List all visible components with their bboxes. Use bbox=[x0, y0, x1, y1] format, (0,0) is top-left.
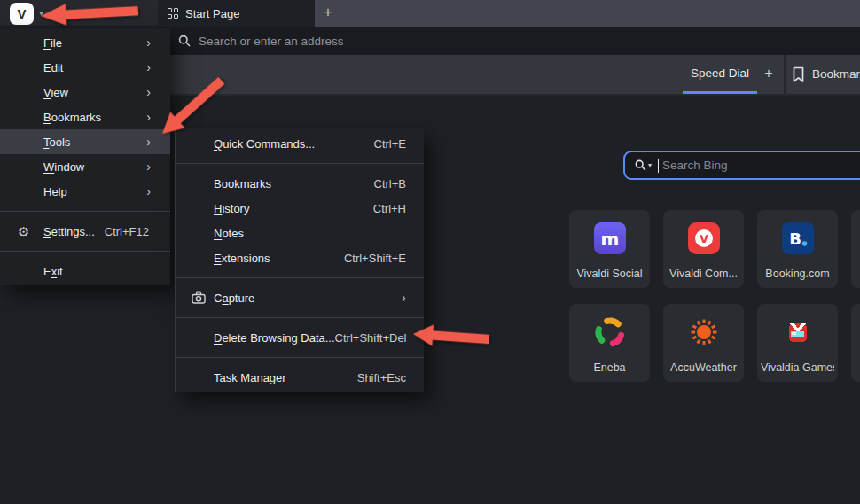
menu-item-label: Extensions bbox=[214, 252, 270, 265]
menu-item-shortcut: Ctrl+B bbox=[374, 177, 406, 190]
menu-item-label: Tools bbox=[43, 136, 70, 149]
menu-item-exit[interactable]: Exit bbox=[0, 259, 170, 283]
menu-divider bbox=[176, 357, 424, 358]
menu-item-label: View bbox=[43, 86, 68, 99]
speed-dial-eneba[interactable]: Eneba bbox=[569, 304, 650, 382]
bing-search-box[interactable]: ▾ bbox=[623, 151, 860, 180]
menu-item-label: File bbox=[43, 36, 62, 50]
menu-item-label: History bbox=[214, 202, 249, 215]
menu-item-label: Exit bbox=[43, 265, 63, 278]
chevron-right-icon: › bbox=[146, 154, 151, 179]
svg-text:V: V bbox=[699, 232, 708, 245]
eneba-icon bbox=[594, 316, 626, 348]
camera-icon bbox=[192, 291, 206, 304]
menu-item-file[interactable]: File› bbox=[0, 30, 170, 55]
gear-icon: ⚙ bbox=[18, 225, 29, 238]
menu-item-shortcut: Ctrl+F12 bbox=[105, 225, 149, 238]
speed-dial-booking-com[interactable]: BBooking.com bbox=[757, 210, 838, 288]
navbar-divider bbox=[784, 55, 786, 94]
menu-item-task-manager[interactable]: Task ManagerShift+Esc bbox=[176, 365, 424, 390]
text-cursor bbox=[658, 159, 659, 173]
mastodon-icon: m bbox=[594, 222, 626, 254]
menu-item-label: Edit bbox=[43, 61, 63, 74]
menu-item-label: Settings... bbox=[43, 225, 95, 238]
menu-item-edit[interactable]: Edit› bbox=[0, 55, 170, 80]
address-input[interactable] bbox=[197, 27, 569, 55]
chevron-right-icon: › bbox=[402, 285, 406, 310]
bing-search-input[interactable] bbox=[661, 158, 860, 173]
chevron-right-icon: › bbox=[146, 105, 151, 129]
menu-item-shortcut: Ctrl+E bbox=[374, 137, 406, 151]
menu-item-label: Delete Browsing Data... bbox=[214, 331, 335, 345]
vivaldi-icon: V bbox=[688, 222, 720, 254]
search-engine-icon[interactable] bbox=[635, 159, 646, 171]
speed-dial-active-underline bbox=[683, 91, 757, 94]
menu-divider bbox=[176, 317, 424, 318]
menu-item-label: Notes bbox=[214, 227, 244, 240]
menu-item-help[interactable]: Help› bbox=[0, 179, 170, 204]
menu-item-notes[interactable]: Notes bbox=[176, 221, 424, 245]
chevron-right-icon: › bbox=[146, 80, 151, 105]
svg-text:m: m bbox=[600, 229, 619, 250]
menu-item-view[interactable]: View› bbox=[0, 80, 170, 105]
speed-dial-label: Vivaldia Games bbox=[761, 361, 834, 374]
tab-title: Start Page bbox=[185, 7, 239, 20]
tools-submenu: Quick Commands...Ctrl+EBookmarksCtrl+BHi… bbox=[175, 128, 424, 392]
speed-dial-label: AccuWeather bbox=[667, 361, 740, 374]
menu-divider bbox=[0, 211, 170, 212]
menu-item-delete-browsing-data[interactable]: Delete Browsing Data...Ctrl+Shift+Del bbox=[176, 325, 424, 350]
vivaldi-menu-button[interactable]: V bbox=[10, 3, 34, 25]
speed-dial-vivaldi-com[interactable]: VVivaldi Com... bbox=[663, 210, 744, 288]
speed-dial-vivaldia-games[interactable]: Vivaldia Games bbox=[757, 304, 838, 382]
menu-item-bookmarks[interactable]: BookmarksCtrl+B bbox=[176, 171, 424, 196]
menu-item-capture[interactable]: Capture› bbox=[176, 285, 424, 310]
chevron-right-icon: › bbox=[146, 30, 151, 55]
menu-item-settings[interactable]: ⚙Settings...Ctrl+F12 bbox=[0, 219, 170, 244]
menu-item-label: Help bbox=[43, 185, 67, 198]
speed-dial-vivaldi-social[interactable]: mVivaldi Social bbox=[569, 210, 650, 288]
speed-dial-label: Booking.com bbox=[761, 268, 834, 280]
speed-dial-accuweather[interactable]: AccuWeather bbox=[663, 304, 744, 382]
annotation-arrow-delete-browsing-data bbox=[412, 321, 490, 353]
menu-item-label: Bookmarks bbox=[214, 177, 271, 190]
menu-item-label: Task Manager bbox=[214, 371, 286, 384]
menu-item-extensions[interactable]: ExtensionsCtrl+Shift+E bbox=[176, 245, 424, 270]
chevron-right-icon: › bbox=[146, 179, 151, 204]
menu-divider bbox=[176, 163, 424, 164]
tab-bar-empty-area bbox=[315, 0, 860, 27]
accuweather-sun-icon bbox=[688, 316, 720, 348]
menu-item-bookmarks[interactable]: Bookmarks› bbox=[0, 105, 170, 129]
svg-text:B: B bbox=[789, 229, 801, 248]
speed-dial-label: Vivaldi Social bbox=[573, 268, 646, 280]
chevron-right-icon: › bbox=[146, 129, 151, 154]
menu-item-label: Capture bbox=[214, 291, 254, 305]
menu-item-shortcut: Ctrl+H bbox=[373, 202, 406, 215]
search-icon bbox=[178, 35, 191, 47]
add-speed-dial-group-button[interactable]: + bbox=[759, 55, 778, 94]
speed-dial-label: Eneba bbox=[573, 361, 646, 374]
tab-start-page[interactable]: Start Page bbox=[158, 0, 315, 27]
speed-dial-tab[interactable]: Speed Dial bbox=[683, 55, 757, 94]
menu-divider bbox=[0, 251, 170, 252]
speed-dial-label: Speed Dial bbox=[691, 66, 749, 80]
speed-dial-partial[interactable] bbox=[851, 210, 860, 288]
vivaldi-main-menu: File›Edit›View›Bookmarks›Tools›Window›He… bbox=[0, 28, 170, 285]
new-tab-button[interactable]: + bbox=[315, 0, 341, 27]
menu-item-tools[interactable]: Tools› bbox=[0, 129, 170, 154]
annotation-arrow-vivaldi-button bbox=[40, 0, 138, 29]
chevron-right-icon: › bbox=[146, 55, 151, 80]
search-engine-caret-icon[interactable]: ▾ bbox=[648, 161, 652, 169]
menu-item-shortcut: Shift+Esc bbox=[357, 371, 406, 384]
menu-item-label: Quick Commands... bbox=[214, 137, 315, 151]
bookmark-icon bbox=[792, 66, 805, 83]
menu-item-label: Bookmarks bbox=[43, 111, 101, 124]
menu-item-window[interactable]: Window› bbox=[0, 154, 170, 179]
menu-item-quick-commands[interactable]: Quick Commands...Ctrl+E bbox=[176, 131, 424, 156]
menu-item-history[interactable]: HistoryCtrl+H bbox=[176, 196, 424, 221]
speed-dial-partial[interactable] bbox=[851, 304, 860, 382]
menu-item-shortcut: Ctrl+Shift+E bbox=[344, 252, 406, 265]
menu-item-label: Window bbox=[43, 160, 84, 174]
start-page-grid-icon bbox=[168, 8, 178, 19]
bookmarks-tab[interactable]: Bookmarks bbox=[812, 55, 860, 94]
booking-icon: B bbox=[782, 222, 814, 254]
